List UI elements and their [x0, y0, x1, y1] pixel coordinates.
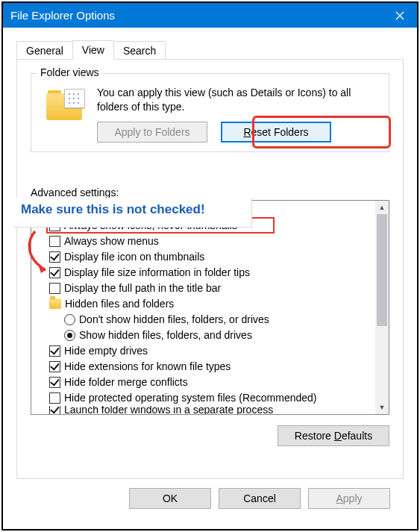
tree-item[interactable]: Display file size information in folder …: [33, 265, 374, 281]
apply-to-folders-button: Apply to Folders: [97, 122, 207, 143]
item-label: Launch folder windows in a separate proc…: [64, 406, 273, 414]
item-label: Hide folder merge conflicts: [64, 375, 188, 390]
checkbox-icon[interactable]: [49, 406, 60, 414]
restore-defaults-row: Restore Defaults: [26, 425, 389, 446]
scrollbar[interactable]: ▲ ▼: [375, 201, 389, 414]
scroll-track[interactable]: [375, 214, 389, 401]
title-bar: File Explorer Options: [3, 3, 417, 28]
tree-item[interactable]: Hidden files and folders: [33, 296, 374, 312]
folder-icon: [46, 90, 82, 122]
checkbox-icon[interactable]: [49, 345, 60, 357]
dialog-action-row: OK Cancel Apply: [16, 479, 404, 509]
close-icon: [395, 11, 404, 20]
tree-item[interactable]: Hide protected operating system files (R…: [33, 390, 374, 406]
item-label: Hidden files and folders: [65, 296, 174, 312]
advanced-settings-label: Advanced settings:: [31, 187, 389, 198]
item-label: Display the full path in the title bar: [64, 281, 221, 296]
tree-item[interactable]: Hide empty drives: [33, 343, 374, 359]
item-label: Hide protected operating system files (R…: [64, 390, 317, 406]
checkbox-icon[interactable]: [49, 267, 60, 278]
scroll-thumb[interactable]: [377, 214, 387, 326]
tree-item[interactable]: Hide extensions for known file types: [33, 359, 374, 375]
cancel-button[interactable]: Cancel: [219, 488, 301, 509]
checkbox-icon[interactable]: [49, 392, 60, 404]
item-label: Hide extensions for known file types: [64, 359, 231, 375]
item-label: Display file icon on thumbnails: [64, 249, 204, 265]
tab-search[interactable]: Search: [113, 41, 166, 60]
tab-strip: General View Search: [16, 38, 404, 59]
scroll-up-button[interactable]: ▲: [375, 201, 389, 214]
tree-item[interactable]: Display file icon on thumbnails: [33, 249, 374, 265]
tree-item[interactable]: Hide folder merge conflicts: [33, 375, 374, 390]
ok-button[interactable]: OK: [129, 488, 211, 509]
item-label: Hide empty drives: [64, 343, 148, 359]
tab-view[interactable]: View: [72, 40, 114, 60]
checkbox-icon[interactable]: [49, 251, 60, 263]
window-frame: File Explorer Options General View Searc…: [1, 1, 419, 531]
advanced-settings-tree[interactable]: Files and Folders Always show icons, nev…: [31, 201, 375, 414]
radio-icon[interactable]: [64, 330, 75, 341]
close-button[interactable]: [383, 3, 417, 28]
tab-panel-view: Folder views You can apply this view (su…: [16, 59, 404, 479]
item-label: Display file size information in folder …: [64, 265, 250, 281]
folder-views-group: Folder views You can apply this view (su…: [31, 73, 389, 152]
checkbox-icon[interactable]: [49, 283, 60, 294]
checkbox-icon[interactable]: [49, 236, 60, 247]
checkbox-icon[interactable]: [49, 361, 60, 372]
folder-views-title: Folder views: [37, 66, 102, 78]
tree-item[interactable]: Show hidden files, folders, and drives: [33, 328, 374, 343]
window-title: File Explorer Options: [10, 9, 383, 22]
reset-folders-button[interactable]: Reset Folders: [221, 122, 331, 143]
tab-general[interactable]: General: [16, 41, 73, 60]
tree-item-cutoff[interactable]: Launch folder windows in a separate proc…: [33, 406, 374, 414]
dialog-body: General View Search Folder views You can…: [3, 28, 417, 529]
checkbox-icon[interactable]: [49, 377, 60, 388]
tree-item[interactable]: Display the full path in the title bar: [33, 281, 374, 296]
scroll-down-button[interactable]: ▼: [375, 401, 389, 414]
item-label: Show hidden files, folders, and drives: [79, 328, 252, 343]
folder-views-buttons: Apply to Folders Reset Folders: [97, 122, 380, 143]
folder-views-desc: You can apply this view (such as Details…: [97, 86, 380, 114]
restore-defaults-button[interactable]: Restore Defaults: [278, 425, 389, 446]
tree-item[interactable]: Don't show hidden files, folders, or dri…: [33, 312, 374, 328]
item-label: Always show menus: [64, 234, 159, 249]
radio-icon[interactable]: [64, 314, 75, 325]
tree-item[interactable]: Always show menus: [33, 234, 374, 249]
item-label: Don't show hidden files, folders, or dri…: [79, 312, 269, 328]
folder-icon: [49, 298, 61, 309]
annotation-callout: Make sure this is not checked!: [13, 198, 252, 228]
folder-views-right: You can apply this view (such as Details…: [97, 86, 380, 143]
folder-icon-wrap: [40, 86, 88, 143]
apply-button: Apply: [308, 488, 390, 509]
advanced-settings-listbox: Files and Folders Always show icons, nev…: [31, 200, 389, 415]
